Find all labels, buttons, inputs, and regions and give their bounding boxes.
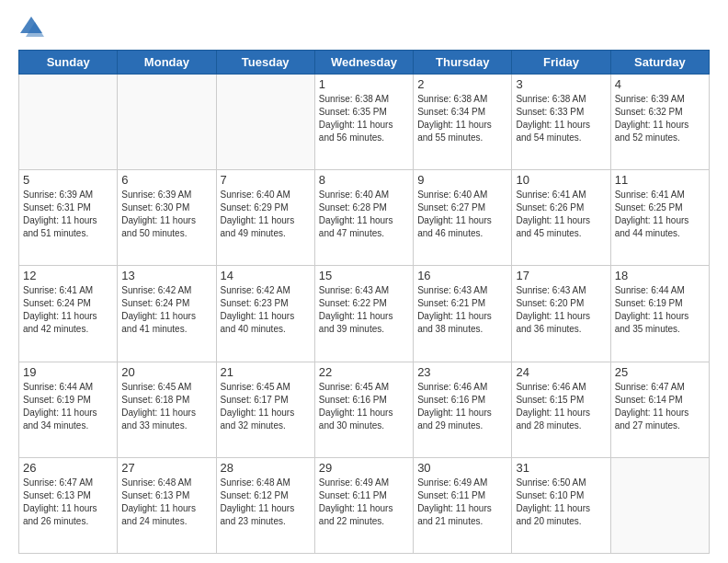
- calendar-cell: 22Sunrise: 6:45 AMSunset: 6:16 PMDayligh…: [314, 362, 413, 457]
- week-row-4: 26Sunrise: 6:47 AMSunset: 6:13 PMDayligh…: [19, 457, 710, 553]
- day-number: 15: [319, 269, 409, 282]
- calendar-cell: 26Sunrise: 6:47 AMSunset: 6:13 PMDayligh…: [19, 457, 118, 553]
- day-number: 18: [615, 269, 705, 282]
- day-info: Sunrise: 6:46 AMSunset: 6:15 PMDaylight:…: [516, 381, 606, 432]
- calendar-cell: [19, 75, 118, 170]
- calendar-cell: [118, 75, 216, 170]
- day-number: 11: [615, 173, 705, 187]
- day-number: 19: [23, 365, 113, 379]
- calendar-cell: 21Sunrise: 6:45 AMSunset: 6:17 PMDayligh…: [216, 362, 314, 457]
- day-header-wednesday: Wednesday: [314, 51, 413, 75]
- week-row-3: 19Sunrise: 6:44 AMSunset: 6:19 PMDayligh…: [19, 362, 710, 457]
- day-number: 5: [23, 173, 113, 187]
- day-info: Sunrise: 6:38 AMSunset: 6:33 PMDaylight:…: [516, 93, 606, 144]
- calendar-cell: 13Sunrise: 6:42 AMSunset: 6:24 PMDayligh…: [118, 266, 216, 362]
- day-info: Sunrise: 6:48 AMSunset: 6:12 PMDaylight:…: [221, 477, 311, 528]
- calendar-cell: 11Sunrise: 6:41 AMSunset: 6:25 PMDayligh…: [610, 170, 709, 266]
- calendar-cell: 23Sunrise: 6:46 AMSunset: 6:16 PMDayligh…: [414, 362, 512, 457]
- day-info: Sunrise: 6:43 AMSunset: 6:21 PMDaylight:…: [417, 284, 507, 336]
- week-row-1: 5Sunrise: 6:39 AMSunset: 6:31 PMDaylight…: [19, 170, 710, 266]
- calendar-cell: 6Sunrise: 6:39 AMSunset: 6:30 PMDaylight…: [118, 170, 216, 266]
- day-info: Sunrise: 6:50 AMSunset: 6:10 PMDaylight:…: [516, 477, 606, 528]
- day-number: 31: [516, 461, 606, 475]
- day-number: 28: [221, 461, 311, 475]
- calendar-cell: 9Sunrise: 6:40 AMSunset: 6:27 PMDaylight…: [414, 170, 512, 266]
- day-number: 10: [516, 173, 606, 187]
- day-number: 26: [23, 461, 113, 475]
- calendar-cell: 17Sunrise: 6:43 AMSunset: 6:20 PMDayligh…: [512, 266, 610, 362]
- day-info: Sunrise: 6:48 AMSunset: 6:13 PMDaylight:…: [121, 477, 211, 528]
- calendar-cell: 2Sunrise: 6:38 AMSunset: 6:34 PMDaylight…: [414, 75, 512, 170]
- header: [18, 15, 710, 40]
- day-number: 30: [417, 461, 507, 475]
- day-number: 6: [121, 173, 211, 187]
- day-info: Sunrise: 6:40 AMSunset: 6:29 PMDaylight:…: [221, 189, 311, 240]
- day-info: Sunrise: 6:46 AMSunset: 6:16 PMDaylight:…: [417, 381, 507, 432]
- calendar-cell: 19Sunrise: 6:44 AMSunset: 6:19 PMDayligh…: [19, 362, 118, 457]
- calendar-cell: 20Sunrise: 6:45 AMSunset: 6:18 PMDayligh…: [118, 362, 216, 457]
- day-number: 20: [121, 365, 211, 379]
- day-info: Sunrise: 6:39 AMSunset: 6:31 PMDaylight:…: [23, 189, 113, 240]
- calendar-cell: [216, 75, 314, 170]
- calendar-cell: 3Sunrise: 6:38 AMSunset: 6:33 PMDaylight…: [512, 75, 610, 170]
- page: SundayMondayTuesdayWednesdayThursdayFrid…: [0, 0, 728, 563]
- calendar-cell: 31Sunrise: 6:50 AMSunset: 6:10 PMDayligh…: [512, 457, 610, 553]
- calendar-cell: 1Sunrise: 6:38 AMSunset: 6:35 PMDaylight…: [314, 75, 413, 170]
- day-number: 27: [121, 461, 211, 475]
- day-info: Sunrise: 6:39 AMSunset: 6:30 PMDaylight:…: [121, 189, 211, 240]
- calendar-cell: 16Sunrise: 6:43 AMSunset: 6:21 PMDayligh…: [414, 266, 512, 362]
- calendar-cell: 14Sunrise: 6:42 AMSunset: 6:23 PMDayligh…: [216, 266, 314, 362]
- day-info: Sunrise: 6:38 AMSunset: 6:34 PMDaylight:…: [417, 93, 507, 144]
- calendar-cell: 7Sunrise: 6:40 AMSunset: 6:29 PMDaylight…: [216, 170, 314, 266]
- day-number: 8: [319, 173, 409, 187]
- week-row-0: 1Sunrise: 6:38 AMSunset: 6:35 PMDaylight…: [19, 75, 710, 170]
- day-number: 4: [615, 77, 705, 91]
- day-info: Sunrise: 6:39 AMSunset: 6:32 PMDaylight:…: [615, 93, 705, 144]
- calendar-cell: 18Sunrise: 6:44 AMSunset: 6:19 PMDayligh…: [610, 266, 709, 362]
- day-info: Sunrise: 6:47 AMSunset: 6:14 PMDaylight:…: [615, 381, 705, 432]
- day-info: Sunrise: 6:40 AMSunset: 6:28 PMDaylight:…: [319, 189, 409, 240]
- logo: [18, 15, 48, 40]
- day-info: Sunrise: 6:44 AMSunset: 6:19 PMDaylight:…: [615, 284, 705, 336]
- day-number: 1: [319, 77, 409, 91]
- day-info: Sunrise: 6:44 AMSunset: 6:19 PMDaylight:…: [23, 381, 113, 432]
- calendar-cell: [610, 457, 709, 553]
- day-info: Sunrise: 6:49 AMSunset: 6:11 PMDaylight:…: [417, 477, 507, 528]
- day-info: Sunrise: 6:42 AMSunset: 6:23 PMDaylight:…: [221, 284, 311, 336]
- day-number: 2: [417, 77, 507, 91]
- day-number: 3: [516, 77, 606, 91]
- day-number: 17: [516, 269, 606, 282]
- day-number: 7: [221, 173, 311, 187]
- calendar-cell: 12Sunrise: 6:41 AMSunset: 6:24 PMDayligh…: [19, 266, 118, 362]
- day-info: Sunrise: 6:49 AMSunset: 6:11 PMDaylight:…: [319, 477, 409, 528]
- day-number: 12: [23, 269, 113, 282]
- day-info: Sunrise: 6:43 AMSunset: 6:20 PMDaylight:…: [516, 284, 606, 336]
- day-number: 29: [319, 461, 409, 475]
- day-number: 14: [221, 269, 311, 282]
- day-header-thursday: Thursday: [414, 51, 512, 75]
- calendar-cell: 25Sunrise: 6:47 AMSunset: 6:14 PMDayligh…: [610, 362, 709, 457]
- logo-icon: [18, 15, 44, 40]
- day-number: 23: [417, 365, 507, 379]
- day-info: Sunrise: 6:40 AMSunset: 6:27 PMDaylight:…: [417, 189, 507, 240]
- calendar-cell: 29Sunrise: 6:49 AMSunset: 6:11 PMDayligh…: [314, 457, 413, 553]
- day-info: Sunrise: 6:47 AMSunset: 6:13 PMDaylight:…: [23, 477, 113, 528]
- day-info: Sunrise: 6:45 AMSunset: 6:18 PMDaylight:…: [121, 381, 211, 432]
- day-info: Sunrise: 6:42 AMSunset: 6:24 PMDaylight:…: [121, 284, 211, 336]
- calendar-cell: 27Sunrise: 6:48 AMSunset: 6:13 PMDayligh…: [118, 457, 216, 553]
- calendar-cell: 15Sunrise: 6:43 AMSunset: 6:22 PMDayligh…: [314, 266, 413, 362]
- day-info: Sunrise: 6:43 AMSunset: 6:22 PMDaylight:…: [319, 284, 409, 336]
- calendar-cell: 5Sunrise: 6:39 AMSunset: 6:31 PMDaylight…: [19, 170, 118, 266]
- day-info: Sunrise: 6:38 AMSunset: 6:35 PMDaylight:…: [319, 93, 409, 144]
- day-number: 22: [319, 365, 409, 379]
- day-info: Sunrise: 6:45 AMSunset: 6:16 PMDaylight:…: [319, 381, 409, 432]
- day-info: Sunrise: 6:41 AMSunset: 6:25 PMDaylight:…: [615, 189, 705, 240]
- day-info: Sunrise: 6:41 AMSunset: 6:26 PMDaylight:…: [516, 189, 606, 240]
- day-number: 24: [516, 365, 606, 379]
- week-row-2: 12Sunrise: 6:41 AMSunset: 6:24 PMDayligh…: [19, 266, 710, 362]
- calendar-cell: 4Sunrise: 6:39 AMSunset: 6:32 PMDaylight…: [610, 75, 709, 170]
- calendar-cell: 10Sunrise: 6:41 AMSunset: 6:26 PMDayligh…: [512, 170, 610, 266]
- calendar-cell: 24Sunrise: 6:46 AMSunset: 6:15 PMDayligh…: [512, 362, 610, 457]
- calendar-cell: 28Sunrise: 6:48 AMSunset: 6:12 PMDayligh…: [216, 457, 314, 553]
- day-header-friday: Friday: [512, 51, 610, 75]
